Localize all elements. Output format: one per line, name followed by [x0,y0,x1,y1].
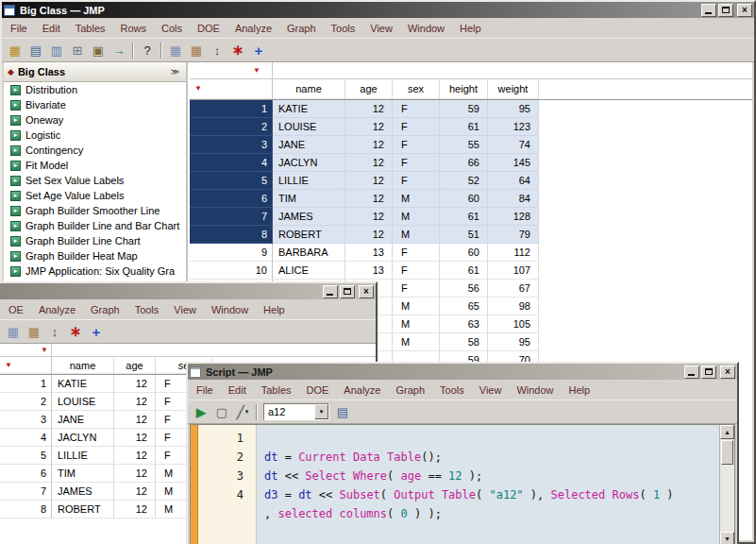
column-header-weight[interactable]: weight [488,79,539,99]
column-header-name[interactable]: name [52,357,114,374]
row-number[interactable]: 4 [190,154,273,172]
menu-cols[interactable]: Cols [154,21,190,36]
menu-graph[interactable]: Graph [83,302,127,317]
menu-file[interactable]: File [3,21,35,36]
table-row[interactable]: 5LILLIE12F5264 [190,172,752,190]
rows-red-triangle-icon[interactable]: ▼ [5,362,12,369]
table-combobox[interactable]: a12 ▾ [263,403,329,420]
sidebar-item-bivariate[interactable]: ▸Bivariate [4,97,186,112]
menu-doe[interactable]: DOE [190,21,227,36]
doe-icon[interactable]: ∗ [227,41,248,60]
rows-red-triangle-icon[interactable]: ▼ [194,85,202,93]
subset-table-icon[interactable]: ▦ [186,41,207,60]
table-row[interactable]: 4JACLYN12F66145 [190,154,752,172]
table-row[interactable]: 2LOUISE12F61123 [190,118,752,136]
sidebar-item-distribution[interactable]: ▸Distribution [4,82,186,97]
minimize-button[interactable] [701,4,716,17]
preferences-icon[interactable]: ▣ [88,41,109,60]
column-header-height[interactable]: height [440,79,488,99]
tools-menu-icon[interactable]: ╱▾ [232,402,253,421]
menu-tables[interactable]: Tables [254,382,299,398]
menu-edit[interactable]: Edit [35,21,68,36]
table-row[interactable]: 7JAMES12M61128 [190,208,752,226]
menu-window[interactable]: Window [509,382,561,398]
menu-view[interactable]: View [166,302,204,317]
menu-doe[interactable]: DOE [299,382,337,398]
column-header-name[interactable]: name [273,79,345,99]
print-icon[interactable]: ⊞ [67,41,88,60]
row-number[interactable]: 3 [0,411,52,429]
menu-rows[interactable]: Rows [113,21,155,36]
scroll-up-button[interactable]: ▲ [720,425,734,439]
row-number[interactable]: 8 [190,226,273,244]
combo-dropdown-button[interactable]: ▾ [314,404,328,419]
grid-corner-cell[interactable]: ▼ [190,79,273,99]
add-rows-icon[interactable]: + [248,41,269,60]
column-header-age[interactable]: age [114,357,156,374]
open-journal-icon[interactable]: ▤ [332,402,353,421]
sidebar-item-graph-builder-smoother-line[interactable]: ▸Graph Builder Smoother Line [4,203,186,218]
summary-tables-icon[interactable]: ▦ [165,41,186,60]
grid-corner-cell[interactable]: ▼ [0,357,52,374]
row-number[interactable]: 5 [0,447,52,465]
row-number[interactable]: 7 [0,483,52,501]
run-script-icon[interactable]: → [109,41,129,60]
maximize-button[interactable] [718,4,733,17]
table-row[interactable]: 10ALICE13F61107 [190,262,752,280]
new-data-table-icon[interactable]: ▦ [5,41,25,60]
menu-graph[interactable]: Graph [279,21,324,36]
add-rows-icon[interactable]: + [86,322,107,341]
table-row[interactable]: 1KATIE12F5995 [190,100,752,118]
script-titlebar[interactable]: Script — JMP × [188,364,737,380]
row-number[interactable]: 9 [190,244,273,262]
row-number[interactable]: 6 [0,465,52,483]
minimize-button[interactable] [323,285,338,298]
menu-tools[interactable]: Tools [127,302,167,317]
menu-oe[interactable]: OE [1,302,31,317]
close-button[interactable]: × [720,366,735,379]
sidebar-item-jmp-application-six-quality-gra[interactable]: ▸JMP Application: Six Quality Gra [4,264,186,279]
run-script-icon[interactable]: ▶ [191,402,211,421]
scrollbar-thumb[interactable] [721,440,733,465]
menu-edit[interactable]: Edit [221,382,254,398]
maximize-button[interactable] [701,366,716,379]
column-header-age[interactable]: age [345,79,393,99]
maximize-button[interactable] [340,285,355,298]
sidebar-item-graph-builder-heat-map[interactable]: ▸Graph Builder Heat Map [4,248,186,264]
row-number[interactable]: 4 [0,429,52,447]
row-number[interactable]: 6 [190,190,273,208]
table-row[interactable]: 8ROBERT12M5179 [190,226,752,244]
sidebar-item-graph-builder-line-chart[interactable]: ▸Graph Builder Line Chart [4,233,186,248]
subset-titlebar[interactable]: × [0,283,376,299]
script-editor[interactable]: dt = Current Data Table();dt << Select W… [257,425,719,544]
row-number[interactable]: 2 [0,393,52,411]
row-number[interactable]: 1 [190,100,273,118]
table-row[interactable]: 3JANE12F5574 [190,136,752,154]
close-button[interactable]: × [359,285,374,298]
table-row[interactable]: 9BARBARA13F60112 [190,244,752,262]
row-number[interactable]: 2 [190,118,273,136]
sidebar-item-logistic[interactable]: ▸Logistic [4,128,186,143]
scroll-down-button[interactable]: ▼ [720,532,734,544]
help-icon[interactable]: ? [137,41,158,60]
menu-help[interactable]: Help [562,382,598,398]
menu-view[interactable]: View [362,21,400,36]
sidebar-item-fit-model[interactable]: ▸Fit Model [4,158,186,173]
menu-analyze[interactable]: Analyze [227,21,279,36]
sidebar-item-set-age-value-labels[interactable]: ▸Set Age Value Labels [4,188,186,203]
close-button[interactable]: × [737,4,752,17]
menu-graph[interactable]: Graph [388,382,432,398]
main-titlebar[interactable]: Big Class — JMP × [2,2,754,18]
open-icon[interactable]: ▤ [25,41,46,60]
row-number[interactable]: 7 [190,208,273,226]
minimize-button[interactable] [684,366,699,379]
sidebar-item-contingency[interactable]: ▸Contingency [4,143,186,158]
new-script-icon[interactable]: ▢ [211,402,232,421]
row-number[interactable]: 8 [0,501,52,518]
sidebar-item-set-sex-value-labels[interactable]: ▸Set Sex Value Labels [4,173,186,188]
sort-table-icon[interactable]: ↕ [207,41,227,60]
summary-tables-icon[interactable]: ▦ [3,322,24,341]
menu-help[interactable]: Help [452,21,489,36]
sort-table-icon[interactable]: ↕ [44,322,65,341]
panel-expand-button[interactable]: ≫ [168,65,182,79]
